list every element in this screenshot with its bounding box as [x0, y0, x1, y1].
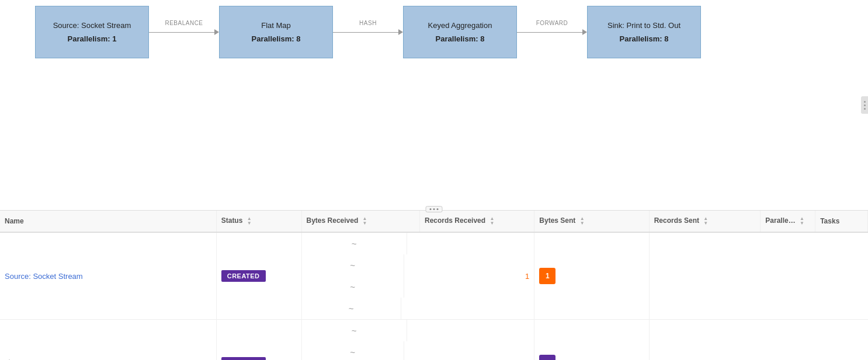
col-header-records-sent[interactable]: Records Sent ▲▼ — [649, 211, 761, 232]
table-resize-handle[interactable] — [426, 206, 443, 212]
cell-records-sent: ~ — [302, 298, 401, 319]
node-keyed-aggregation-parallelism: Parallelism: 8 — [436, 34, 485, 43]
cell-parallelism: 8 — [420, 320, 534, 361]
node-flat-map-title: Flat Map — [261, 21, 291, 30]
sort-bytes-recv-icon: ▲▼ — [363, 216, 367, 226]
row-name-link[interactable]: Source: Socket Stream — [5, 272, 83, 281]
sort-status-icon: ▲▼ — [247, 216, 252, 226]
table-row: Source: Socket StreamCREATED~~~~11 — [0, 232, 868, 320]
node-flat-map-parallelism: Parallelism: 8 — [252, 34, 301, 43]
node-sink-print[interactable]: Sink: Print to Std. Out Parallelism: 8 — [587, 6, 701, 58]
sort-bytes-sent-icon: ▲▼ — [580, 216, 585, 226]
diagram-area: Source: Socket Stream Parallelism: 1 REB… — [0, 0, 868, 210]
node-sink-print-parallelism: Parallelism: 8 — [620, 34, 669, 43]
cell-tasks: 8 — [534, 320, 649, 361]
node-source-socket[interactable]: Source: Socket Stream Parallelism: 1 — [35, 6, 149, 58]
cell-status: CREATED — [216, 320, 301, 361]
col-header-name[interactable]: Name — [0, 211, 216, 232]
jobs-table: Name Status ▲▼ Bytes Received ▲▼ Records… — [0, 211, 868, 360]
node-keyed-aggregation-title: Keyed Aggregation — [428, 21, 492, 30]
cell-status: CREATED — [216, 232, 301, 320]
pipeline-diagram: Source: Socket Stream Parallelism: 1 REB… — [35, 6, 868, 58]
tasks-badge[interactable]: 8 — [539, 355, 555, 360]
arrow-rebalance-label: REBALANCE — [165, 20, 203, 26]
cell-records-received: ~ — [302, 254, 404, 276]
node-keyed-aggregation[interactable]: Keyed Aggregation Parallelism: 8 — [403, 6, 517, 58]
col-header-tasks: Tasks — [815, 211, 868, 232]
col-header-bytes-sent[interactable]: Bytes Sent ▲▼ — [534, 211, 649, 232]
arrow-forward: FORWARD — [517, 29, 587, 35]
col-header-status[interactable]: Status ▲▼ — [216, 211, 301, 232]
arrow-forward-label: FORWARD — [536, 20, 568, 26]
row-drag-handle[interactable]: ⋮ — [5, 358, 16, 361]
node-source-socket-parallelism: Parallelism: 1 — [68, 34, 117, 43]
cell-bytes-sent: ~ — [302, 276, 404, 298]
cell-records-received: ~ — [302, 341, 404, 360]
cell-bytes-received: ~ — [302, 233, 407, 254]
col-header-records-received[interactable]: Records Received ▲▼ — [420, 211, 534, 232]
tasks-badge[interactable]: 1 — [539, 268, 555, 284]
arrow-hash: HASH — [333, 29, 403, 35]
cell-bytes-received: ~ — [302, 320, 407, 341]
table-header-row: Name Status ▲▼ Bytes Received ▲▼ Records… — [0, 211, 868, 232]
vertical-resize-handle[interactable] — [861, 96, 868, 114]
sort-records-sent-icon: ▲▼ — [703, 216, 708, 226]
node-sink-print-title: Sink: Print to Std. Out — [607, 21, 680, 30]
node-source-socket-title: Source: Socket Stream — [53, 21, 131, 30]
cell-name: ⋮Flat Map — [0, 320, 216, 361]
status-badge: CREATED — [221, 270, 266, 282]
cell-name: Source: Socket Stream — [0, 232, 216, 320]
sort-parallelism-icon: ▲▼ — [800, 216, 804, 226]
cell-tasks: 1 — [534, 232, 649, 320]
sort-records-recv-icon: ▲▼ — [489, 216, 494, 226]
col-header-parallelism[interactable]: Paralle… ▲▼ — [761, 211, 815, 232]
table-row: ⋮Flat MapCREATED~~~~88 — [0, 320, 868, 361]
col-header-bytes-received[interactable]: Bytes Received ▲▼ — [301, 211, 419, 232]
table-area: Name Status ▲▼ Bytes Received ▲▼ Records… — [0, 210, 868, 360]
arrow-hash-label: HASH — [359, 20, 377, 26]
cell-parallelism: 1 — [420, 232, 534, 320]
arrow-rebalance: REBALANCE — [149, 29, 219, 35]
status-badge: CREATED — [221, 357, 266, 360]
node-flat-map[interactable]: Flat Map Parallelism: 8 — [219, 6, 333, 58]
